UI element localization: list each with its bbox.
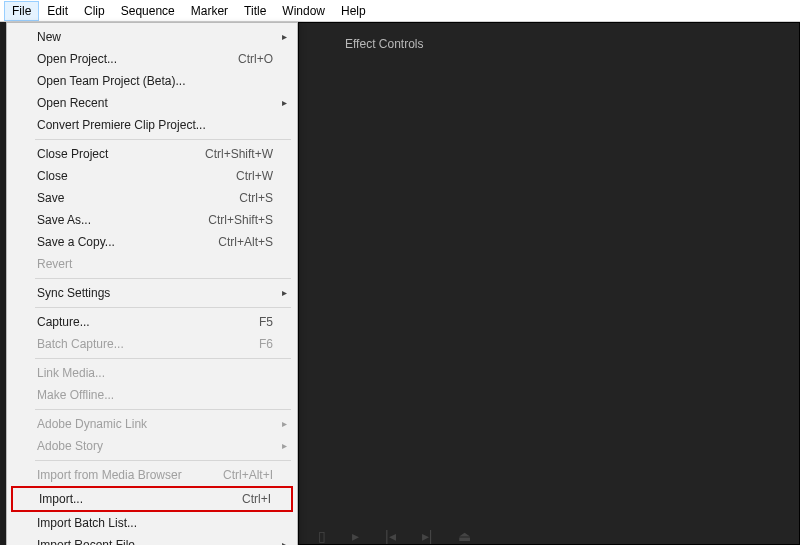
menu-item-link-media: Link Media...	[9, 362, 295, 384]
menubar-item-file[interactable]: File	[4, 1, 39, 21]
menu-item-batch-capture: Batch Capture...F6	[9, 333, 295, 355]
chevron-right-icon: ▸	[282, 537, 287, 545]
menu-separator	[35, 460, 291, 461]
menu-item-label: Make Offline...	[37, 387, 114, 403]
menu-item-label: Sync Settings	[37, 285, 110, 301]
menubar-item-window[interactable]: Window	[274, 1, 333, 21]
effect-controls-panel: Effect Controls	[298, 22, 800, 545]
chevron-right-icon: ▸	[282, 416, 287, 432]
menu-separator	[35, 409, 291, 410]
menu-item-label: Open Project...	[37, 51, 117, 67]
menu-separator	[35, 139, 291, 140]
step-fwd-icon[interactable]: ▸|	[422, 528, 433, 544]
menu-item-open-recent[interactable]: Open Recent▸	[9, 92, 295, 114]
menu-item-label: Link Media...	[37, 365, 105, 381]
menu-item-shortcut: Ctrl+Alt+I	[223, 467, 273, 483]
menu-item-shortcut: Ctrl+Alt+S	[218, 234, 273, 250]
menubar: FileEditClipSequenceMarkerTitleWindowHel…	[0, 0, 800, 22]
menu-item-label: Adobe Dynamic Link	[37, 416, 147, 432]
step-back-icon[interactable]: |◂	[385, 528, 396, 544]
menu-item-shortcut: Ctrl+O	[238, 51, 273, 67]
menu-item-close[interactable]: CloseCtrl+W	[9, 165, 295, 187]
menu-item-label: Open Team Project (Beta)...	[37, 73, 186, 89]
menu-item-save-as[interactable]: Save As...Ctrl+Shift+S	[9, 209, 295, 231]
menu-item-save[interactable]: SaveCtrl+S	[9, 187, 295, 209]
menu-item-label: Import...	[39, 491, 83, 507]
prev-icon[interactable]: ▯	[318, 528, 326, 544]
camera-icon[interactable]: ⏏	[458, 528, 471, 544]
chevron-right-icon: ▸	[282, 29, 287, 45]
menu-item-shortcut: F5	[259, 314, 273, 330]
menu-item-open-team-project-beta[interactable]: Open Team Project (Beta)...	[9, 70, 295, 92]
menubar-item-help[interactable]: Help	[333, 1, 374, 21]
menu-item-shortcut: Ctrl+Shift+W	[205, 146, 273, 162]
menu-item-revert: Revert	[9, 253, 295, 275]
menubar-item-clip[interactable]: Clip	[76, 1, 113, 21]
menu-item-shortcut: Ctrl+Shift+S	[208, 212, 273, 228]
panel-tab-effect-controls[interactable]: Effect Controls	[299, 23, 799, 51]
menu-item-label: Capture...	[37, 314, 90, 330]
menubar-item-sequence[interactable]: Sequence	[113, 1, 183, 21]
menu-item-convert-premiere-clip-project[interactable]: Convert Premiere Clip Project...	[9, 114, 295, 136]
menu-item-label: Save As...	[37, 212, 91, 228]
menu-item-adobe-story: Adobe Story▸	[9, 435, 295, 457]
menu-item-shortcut: Ctrl+I	[242, 491, 271, 507]
menu-item-label: Close	[37, 168, 68, 184]
menu-item-label: Open Recent	[37, 95, 108, 111]
menu-item-label: Save a Copy...	[37, 234, 115, 250]
chevron-right-icon: ▸	[282, 438, 287, 454]
menu-item-label: Convert Premiere Clip Project...	[37, 117, 206, 133]
chevron-right-icon: ▸	[282, 285, 287, 301]
menu-item-sync-settings[interactable]: Sync Settings▸	[9, 282, 295, 304]
menu-item-import[interactable]: Import...Ctrl+I	[13, 488, 291, 510]
menu-item-capture[interactable]: Capture...F5	[9, 311, 295, 333]
menubar-item-edit[interactable]: Edit	[39, 1, 76, 21]
menu-separator	[35, 307, 291, 308]
chevron-right-icon: ▸	[282, 95, 287, 111]
menu-item-open-project[interactable]: Open Project...Ctrl+O	[9, 48, 295, 70]
menu-item-new[interactable]: New▸	[9, 26, 295, 48]
menubar-item-marker[interactable]: Marker	[183, 1, 236, 21]
menu-item-label: Batch Capture...	[37, 336, 124, 352]
menu-separator	[35, 278, 291, 279]
highlight-import: Import...Ctrl+I	[11, 486, 293, 512]
menubar-item-title[interactable]: Title	[236, 1, 274, 21]
play-icon[interactable]: ▸	[352, 528, 359, 544]
menu-item-import-recent-file[interactable]: Import Recent File▸	[9, 534, 295, 545]
menu-item-label: Import Recent File	[37, 537, 135, 545]
menu-separator	[35, 358, 291, 359]
menu-item-label: Save	[37, 190, 64, 206]
transport-controls: ▯ ▸ |◂ ▸| ⏏	[318, 528, 471, 544]
menu-item-import-batch-list[interactable]: Import Batch List...	[9, 512, 295, 534]
menu-item-shortcut: Ctrl+S	[239, 190, 273, 206]
menu-item-import-from-media-browser: Import from Media BrowserCtrl+Alt+I	[9, 464, 295, 486]
menu-item-adobe-dynamic-link: Adobe Dynamic Link▸	[9, 413, 295, 435]
menu-item-label: New	[37, 29, 61, 45]
menu-item-shortcut: Ctrl+W	[236, 168, 273, 184]
menu-item-label: Revert	[37, 256, 72, 272]
menu-item-save-a-copy[interactable]: Save a Copy...Ctrl+Alt+S	[9, 231, 295, 253]
menu-item-label: Import from Media Browser	[37, 467, 182, 483]
menu-item-label: Close Project	[37, 146, 108, 162]
menu-item-make-offline: Make Offline...	[9, 384, 295, 406]
menu-item-label: Adobe Story	[37, 438, 103, 454]
menu-item-label: Import Batch List...	[37, 515, 137, 531]
menu-item-shortcut: F6	[259, 336, 273, 352]
file-menu-dropdown: New▸Open Project...Ctrl+OOpen Team Proje…	[6, 22, 298, 545]
menu-item-close-project[interactable]: Close ProjectCtrl+Shift+W	[9, 143, 295, 165]
